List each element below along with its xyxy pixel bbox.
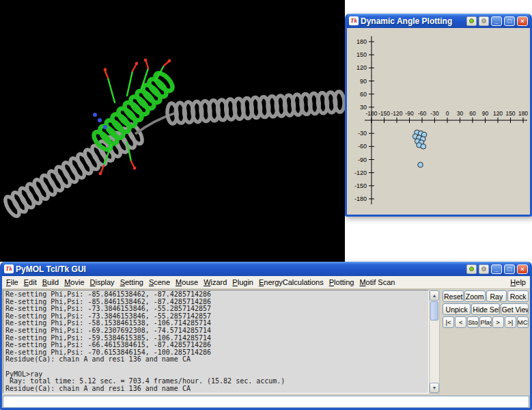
button-stop[interactable]: Stop <box>467 316 479 328</box>
button-rock[interactable]: Rock <box>507 290 529 302</box>
gray-dot-icon <box>481 266 486 271</box>
menu-setting[interactable]: Setting <box>117 277 146 287</box>
x-tick-label: -90 <box>405 110 414 117</box>
green-dot-icon <box>469 266 474 271</box>
menu-movie[interactable]: Movie <box>61 277 87 287</box>
y-tick-label: -180 <box>354 195 367 202</box>
button-play[interactable]: Play <box>479 316 491 328</box>
menu-energycalculations[interactable]: EnergyCalculations <box>256 277 326 287</box>
minimize-button[interactable]: _ <box>491 16 502 26</box>
menu-mouse[interactable]: Mouse <box>173 277 201 287</box>
oxygen-atom <box>99 172 102 176</box>
x-tick-label: 60 <box>469 110 476 117</box>
panel-row-1: ResetZoomRayRock <box>443 290 529 302</box>
close-button[interactable]: × <box>517 264 528 274</box>
console-line: Re-setting Phi,Psi: -85.8461538462, -87.… <box>5 291 426 299</box>
x-tick-label: 180 <box>518 110 528 117</box>
nitrogen-atom <box>103 125 107 129</box>
x-tick-label: 150 <box>505 110 515 117</box>
plot-window-title: Dynamic Angle Plotting <box>361 16 464 26</box>
y-tick-label: -120 <box>354 169 367 176</box>
panel-row-3: |<<StopPlay>>|MClear <box>443 316 529 328</box>
menu-plugin[interactable]: Plugin <box>229 277 256 287</box>
console-line: Residue(Ca): chain A and resi 136 and na… <box>5 385 426 393</box>
maximize-button[interactable]: □ <box>504 16 515 26</box>
panel-row-2: UnpickHide SeleGet View <box>443 303 529 315</box>
menu-motif-scan[interactable]: Motif Scan <box>356 277 397 287</box>
oxygen-atom <box>144 59 148 62</box>
button-btn[interactable]: < <box>455 316 466 328</box>
x-tick-label: 90 <box>482 110 489 117</box>
titlebar-extra-icon-2[interactable] <box>479 16 489 26</box>
oxygen-atom <box>168 59 171 63</box>
x-tick-label: -30 <box>430 110 439 117</box>
x-tick-label: 0 <box>446 110 449 117</box>
menu-wizard[interactable]: Wizard <box>201 277 229 287</box>
oxygen-atom <box>135 62 139 66</box>
plot-window-titlebar[interactable]: Tk Dynamic Angle Plotting _ □ × <box>347 14 530 28</box>
y-tick-label: 120 <box>356 64 367 71</box>
button-zoom[interactable]: Zoom <box>464 290 486 302</box>
gui-window-titlebar[interactable]: Tk PyMOL Tcl/Tk GUI _ □ × <box>2 262 530 276</box>
console-scrollbar[interactable]: ▲ ▼ <box>429 290 440 394</box>
button-btn[interactable]: |< <box>443 316 454 328</box>
control-panel: ResetZoomRayRockUnpickHide SeleGet View|… <box>440 289 530 394</box>
button-btn[interactable]: > <box>492 316 504 328</box>
console-line: Re-setting Phi,Psi: -69.2307692308, -74.… <box>5 327 426 335</box>
nitrogen-atom <box>93 113 97 117</box>
y-tick-label: 180 <box>356 38 367 45</box>
green-dot-icon <box>469 18 474 23</box>
button-reset[interactable]: Reset <box>443 290 464 302</box>
close-button[interactable]: × <box>517 16 528 26</box>
scrollbar-thumb[interactable] <box>430 301 438 320</box>
plot-window: Tk Dynamic Angle Plotting _ □ × -180-150… <box>345 14 532 217</box>
button-hide-sele[interactable]: Hide Sele <box>471 303 499 315</box>
menu-edit[interactable]: Edit <box>21 277 40 287</box>
minimize-button[interactable]: _ <box>491 264 502 274</box>
desktop: Tk Dynamic Angle Plotting _ □ × -180-150… <box>0 0 532 410</box>
x-tick-label: -180 <box>365 110 377 117</box>
data-point <box>421 144 426 150</box>
menu-scene[interactable]: Scene <box>146 277 173 287</box>
console-output[interactable]: Re-setting Phi,Psi: -85.8461538462, -87.… <box>3 290 429 394</box>
pymol-3d-viewport[interactable] <box>0 0 345 262</box>
console-line <box>5 364 426 371</box>
x-tick-label: -120 <box>391 110 402 117</box>
y-tick-label: 30 <box>360 104 367 111</box>
y-tick-label: -30 <box>358 130 367 137</box>
scrollbar-track <box>430 321 439 383</box>
scroll-down-button[interactable]: ▼ <box>430 383 439 393</box>
x-tick-label: -60 <box>418 110 427 117</box>
pymol-gui-window: Tk PyMOL Tcl/Tk GUI _ □ × FileEditBuildM… <box>0 262 532 410</box>
button-mclear[interactable]: MClear <box>517 316 529 328</box>
x-tick-label: 120 <box>493 110 503 117</box>
gui-content: Re-setting Phi,Psi: -85.8461538462, -87.… <box>2 289 530 394</box>
plot-body: -180-150-120-90-60-300306090120150180180… <box>347 28 530 215</box>
menu-build[interactable]: Build <box>40 277 61 287</box>
titlebar-extra-icon-1[interactable] <box>466 264 477 274</box>
command-row <box>2 394 530 409</box>
menu-help[interactable]: Help <box>507 277 529 287</box>
menu-display[interactable]: Display <box>87 277 117 287</box>
titlebar-extra-icon-1[interactable] <box>466 16 477 26</box>
command-input[interactable] <box>3 396 529 408</box>
button-btn[interactable]: >| <box>505 316 516 328</box>
y-tick-label: -90 <box>358 156 367 163</box>
button-unpick[interactable]: Unpick <box>443 303 471 315</box>
y-tick-label: 60 <box>360 91 367 98</box>
button-get-view[interactable]: Get View <box>501 303 529 315</box>
data-point <box>418 162 423 167</box>
x-tick-label: -150 <box>378 110 390 117</box>
scroll-up-button[interactable]: ▲ <box>430 290 439 301</box>
nitrogen-atom <box>98 118 102 122</box>
viewport-background <box>0 0 345 262</box>
tk-logo-icon: Tk <box>4 264 14 273</box>
button-ray[interactable]: Ray <box>486 290 507 302</box>
tk-logo-icon: Tk <box>349 16 359 25</box>
menu-file[interactable]: File <box>3 277 21 287</box>
maximize-button[interactable]: □ <box>504 264 515 274</box>
console-line: Residue(Ca): chain A and resi 136 and na… <box>5 356 426 364</box>
y-tick-label: -60 <box>358 143 367 150</box>
titlebar-extra-icon-2[interactable] <box>479 264 489 274</box>
menu-plotting[interactable]: Plotting <box>326 277 357 287</box>
